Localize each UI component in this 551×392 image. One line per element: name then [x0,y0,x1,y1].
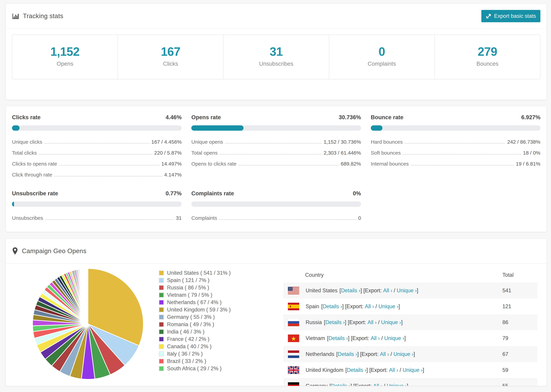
geo-body: United States ( 541 / 31% ) Spain ( 121 … [6,264,547,386]
legend-color-swatch [159,307,164,312]
geo-table: Country Total United States [Details ›] … [283,267,537,386]
export-all-link[interactable]: All › [365,303,374,309]
legend-label: Netherlands ( 67 / 4% ) [167,299,222,305]
rate-percent: 0% [353,190,361,197]
export-unique-link[interactable]: Unique › [393,351,413,357]
legend-color-swatch [159,300,164,305]
dotted-leader [59,165,159,166]
details-link[interactable]: Details › [331,383,350,386]
rate-row-value: 19 / 6.81% [516,161,540,167]
rate-row-value: 242 / 86.738% [507,139,540,145]
export-prefix: [Export: [353,383,373,386]
details-link[interactable]: Details › [347,367,366,373]
page-title: Tracking stats [23,13,63,20]
slash: / [377,319,381,325]
rates-card: Clicks rate 4.46% Unique clicks 167 / 4.… [6,106,547,232]
export-prefix: [Export: [360,351,380,357]
flag-es-icon [288,302,299,310]
rate-rows: Unique opens 1,152 / 30.736% Total opens… [191,136,361,169]
dotted-leader [45,219,174,220]
dotted-leader [219,219,356,220]
rate-block: Opens rate 30.736% Unique opens 1,152 / … [191,114,361,180]
legend-color-swatch [159,329,164,334]
page: Tracking stats Export basic stats 1,152 … [0,0,551,386]
stat-label: Bounces [435,61,540,67]
bracket: [ [329,383,331,386]
country-total: 541 [498,287,537,294]
export-all-link[interactable]: All › [371,335,380,341]
export-prefix: [Export: [369,367,389,373]
rate-row-value: 4.147% [164,172,182,178]
rate-progress-bar [371,125,540,131]
export-all-link[interactable]: All › [380,351,389,357]
legend-color-swatch [159,315,164,320]
export-prefix: [Export: [363,287,383,294]
dotted-leader [44,143,149,144]
legend-color-swatch [159,359,164,364]
legend-item: India ( 46 / 3% ) [159,328,248,335]
legend-item: Romania ( 49 / 3% ) [159,321,248,328]
legend-color-swatch [159,344,164,349]
stat-value: 279 [435,45,540,58]
export-all-link[interactable]: All › [389,367,398,373]
country-name: Netherlands [306,351,334,357]
slash: / [374,303,379,309]
stat-label: Clicks [118,61,223,67]
rate-progress-fill [371,125,383,131]
export-basic-stats-button[interactable]: Export basic stats [481,10,540,22]
export-all-link[interactable]: All › [367,319,377,325]
stat-value: 31 [224,45,329,58]
rate-row: Click through rate 4.147% [12,169,182,180]
tracking-stats-header: Tracking stats Export basic stats [6,4,547,29]
legend-label: South Africa ( 29 / 2% ) [167,365,222,372]
dotted-leader [403,154,521,155]
rate-title: Complaints rate [191,190,234,197]
export-button-label: Export basic stats [494,13,536,19]
export-prefix: [Export: [348,319,367,325]
tracking-stats-card: Tracking stats Export basic stats 1,152 … [6,4,547,100]
details-link[interactable]: Details › [338,351,357,357]
rate-progress-fill [12,125,20,131]
legend-label: India ( 46 / 3% ) [167,329,205,335]
bracket: [ [346,367,347,373]
legend-color-swatch [159,351,164,357]
rate-rows: Unique clicks 167 / 4.456% Total clicks … [12,136,182,180]
legend-label: France ( 42 / 2% ) [167,336,209,342]
stat-label: Opens [12,61,118,67]
rate-progress-bar [191,125,361,131]
stats-row: 1,152 Opens 167 Clicks 31 Unsubscribes 0… [12,35,540,79]
slash: / [389,351,394,357]
flag-us-icon [288,287,299,294]
legend-item: Netherlands ( 67 / 4% ) [159,299,248,306]
export-unique-link[interactable]: Unique › [384,335,404,341]
export-unique-link[interactable]: Unique › [379,303,399,309]
rate-title: Clicks rate [12,114,41,121]
export-all-link[interactable]: All › [373,383,382,386]
export-all-link[interactable]: All › [383,287,392,294]
bracket: ] [366,367,369,373]
details-link[interactable]: Details › [325,319,345,325]
details-link[interactable]: Details › [329,335,348,341]
details-link[interactable]: Details › [323,303,342,309]
dotted-leader [39,154,152,155]
export-unique-link[interactable]: Unique › [397,287,417,294]
bracket: ] [350,383,353,386]
rate-row-label: Click through rate [12,172,52,178]
stat-label: Complaints [329,61,434,67]
legend-label: Canada ( 40 / 2% ) [167,343,212,350]
rate-row: Opens to clicks rate 689.82% [191,158,361,169]
bracket: [ [321,303,323,309]
export-unique-link[interactable]: Unique › [387,383,407,386]
legend-color-swatch [159,293,164,298]
bracket: [ [336,351,338,357]
rate-row-value: 689.82% [341,161,361,167]
rate-title: Unsubscribe rate [12,190,58,197]
export-unique-link[interactable]: Unique › [403,367,423,373]
details-link[interactable]: Details › [341,287,360,294]
export-unique-link[interactable]: Unique › [381,319,401,325]
rate-row-label: Unique opens [191,139,223,145]
bracket: ] [360,287,363,294]
bracket: ] [345,319,348,325]
table-row: Vietnam [Details ›] [Export: All › / Uni… [283,330,537,346]
table-row: United Kingdom [Details ›] [Export: All … [283,362,537,378]
